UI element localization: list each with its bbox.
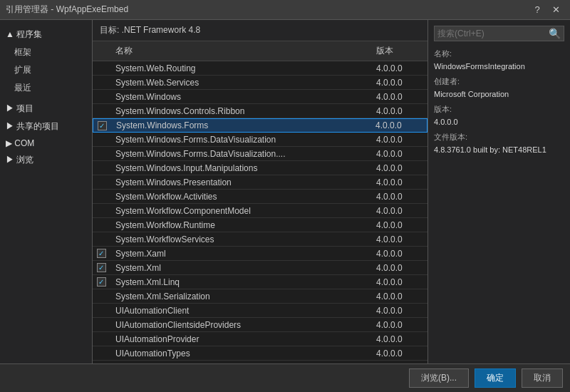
row-version: 4.0.0.0 [370,119,427,132]
title-bar-controls: ? ✕ [529,3,564,17]
table-row[interactable]: System.Xml.Serialization4.0.0.0 [93,289,428,304]
search-icon[interactable]: 🔍 [549,28,561,39]
table-row[interactable]: System.Web.Services4.0.0.0 [93,76,428,90]
row-version: 4.0.0.0 [370,233,428,246]
row-version: 4.0.0.0 [370,304,428,317]
table-row[interactable]: System.Windows.Input.Manipulations4.0.0.… [93,161,428,175]
table-row[interactable]: WindowsBase4.0.0.0 [93,361,428,363]
table-row[interactable]: System.Web.Routing4.0.0.0 [93,61,428,76]
right-panel: 🔍 名称: WindowsFormsIntegration 创建者: Micro… [428,20,570,363]
checkbox-cell[interactable] [93,121,110,130]
row-version: 4.0.0.0 [370,190,428,203]
main-content: ▲ 程序集 框架 扩展 最近 ▶ 项目 ▶ 共享的项目 ▶ COM ▶ 浏览 目… [0,20,570,363]
project-label: ▶ 项目 [6,103,33,115]
search-input[interactable] [437,29,549,38]
checkbox-cell[interactable] [93,277,110,287]
table-row[interactable]: System.Workflow.Activities4.0.0.0 [93,190,428,204]
table-row[interactable]: System.Windows.Forms.DataVisualization4.… [93,133,428,147]
search-box[interactable]: 🔍 [434,26,564,41]
row-name: System.Windows.Controls.Ribbon [110,105,370,118]
browse-group-header[interactable]: ▶ 浏览 [0,151,92,169]
sidebar-item-framework[interactable]: 框架 [0,43,92,61]
middle-panel: 目标: .NET Framework 4.8 名称 版本 System.Web.… [93,20,428,363]
row-name: UIAutomationTypes [110,347,370,360]
sidebar-item-recent[interactable]: 最近 [0,79,92,97]
name-label: 名称: [434,48,564,59]
table-header: 名称 版本 [93,41,428,61]
table-row[interactable]: System.Windows.Controls.Ribbon4.0.0.0 [93,104,428,118]
row-version: 4.0.0.0 [370,276,428,289]
header-checkbox-cell [93,43,110,58]
help-button[interactable]: ? [529,3,546,17]
table-row[interactable]: System.Workflow.Runtime4.0.0.0 [93,218,428,232]
table-row[interactable]: System.Xml.Linq4.0.0.0 [93,275,428,289]
table-row[interactable]: System.WorkflowServices4.0.0.0 [93,232,428,247]
row-name: System.Xaml [110,247,370,260]
extensions-label: 扩展 [14,64,31,76]
table-row[interactable]: System.Xaml4.0.0.0 [93,247,428,261]
title-bar-left: 引用管理器 - WpfAppExeEmbed [6,4,128,16]
sidebar: ▲ 程序集 框架 扩展 最近 ▶ 项目 ▶ 共享的项目 ▶ COM ▶ 浏览 [0,20,93,363]
checkbox-cell[interactable] [93,263,110,272]
table-row[interactable]: System.Workflow.ComponentModel4.0.0.0 [93,204,428,218]
title-bar: 引用管理器 - WpfAppExeEmbed ? ✕ [0,0,570,20]
com-label: ▶ COM [6,138,34,148]
table-row[interactable]: System.Windows.Forms.DataVisualization..… [93,147,428,161]
table-row[interactable]: System.Xml4.0.0.0 [93,261,428,275]
checkbox-cell[interactable] [93,249,110,258]
row-name: System.Xml [110,262,370,274]
checkbox-checked[interactable] [97,263,106,272]
table-row[interactable]: UIAutomationClient4.0.0.0 [93,304,428,318]
version-value: 4.0.0.0 [434,118,564,126]
checkbox-checked[interactable] [97,249,106,258]
row-name: System.Workflow.ComponentModel [110,205,370,217]
assembly-table-body[interactable]: System.Web.Routing4.0.0.0System.Web.Serv… [93,61,428,363]
row-name: WindowsBase [110,361,370,364]
ok-button[interactable]: 确定 [475,368,516,388]
row-name: UIAutomationClientsideProviders [110,319,370,331]
assembly-group-header[interactable]: ▲ 程序集 [0,26,92,43]
row-name: System.Windows.Forms.DataVisualization..… [110,148,370,160]
row-name: System.Xml.Linq [110,276,370,289]
recent-label: 最近 [14,82,31,94]
table-row[interactable]: System.Windows4.0.0.0 [93,90,428,104]
table-row[interactable]: System.Windows.Forms4.0.0.0 [93,118,428,133]
com-group-header[interactable]: ▶ COM [0,135,92,151]
file-version-value: 4.8.3761.0 built by: NET48REL1 [434,145,564,154]
table-row[interactable]: UIAutomationTypes4.0.0.0 [93,346,428,361]
assembly-group-label: ▲ 程序集 [6,29,42,41]
row-name: System.Windows.Input.Manipulations [110,162,370,175]
row-name: System.Windows.Forms [110,119,370,132]
sidebar-item-extensions[interactable]: 扩展 [0,61,92,79]
table-row[interactable]: UIAutomationClientsideProviders4.0.0.0 [93,318,428,332]
shared-label: ▶ 共享的项目 [6,120,59,133]
row-name: System.Web.Services [110,76,370,89]
creator-label: 创建者: [434,76,564,87]
row-version: 4.0.0.0 [370,148,428,160]
name-value: WindowsFormsIntegration [434,62,564,71]
row-version: 4.0.0.0 [370,176,428,189]
row-version: 4.0.0.0 [370,262,428,274]
row-version: 4.0.0.0 [370,347,428,360]
row-version: 4.0.0.0 [370,62,428,75]
row-version: 4.0.0.0 [370,361,428,364]
file-version-label: 文件版本: [434,132,564,143]
table-row[interactable]: UIAutomationProvider4.0.0.0 [93,332,428,346]
row-version: 4.0.0.0 [370,76,428,89]
checkbox-checked[interactable] [97,277,106,287]
window-title: 引用管理器 - WpfAppExeEmbed [6,4,128,16]
row-name: System.Windows.Forms.DataVisualization [110,133,370,146]
table-row[interactable]: System.Windows.Presentation4.0.0.0 [93,175,428,190]
row-version: 4.0.0.0 [370,91,428,103]
project-group-header[interactable]: ▶ 项目 [0,100,92,118]
browse-sidebar-label: ▶ 浏览 [6,154,33,166]
shared-group-header[interactable]: ▶ 共享的项目 [0,118,92,135]
close-button[interactable]: ✕ [547,3,564,17]
cancel-button[interactable]: 取消 [522,368,563,388]
checkbox-checked[interactable] [98,121,107,130]
row-name: UIAutomationProvider [110,333,370,346]
row-name: System.Windows.Presentation [110,176,370,189]
browse-button[interactable]: 浏览(B)... [409,368,469,388]
row-version: 4.0.0.0 [370,319,428,331]
row-version: 4.0.0.0 [370,290,428,303]
